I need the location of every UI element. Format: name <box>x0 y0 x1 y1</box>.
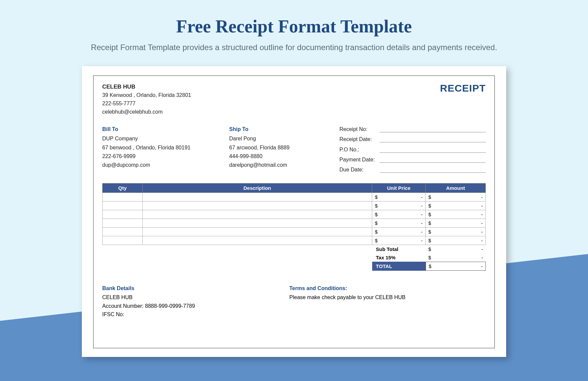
meta-po-no-field[interactable] <box>380 147 486 153</box>
cell-description[interactable] <box>143 201 372 210</box>
th-amount: Amount <box>426 183 486 193</box>
cell-unit-price[interactable]: $- <box>372 201 426 210</box>
table-row: $-$- <box>103 193 486 201</box>
currency-symbol: $ <box>375 220 378 226</box>
cell-qty[interactable] <box>103 219 143 227</box>
company-name: CELEB HUB <box>102 83 191 91</box>
tax-label: Tax 15% <box>372 253 426 262</box>
currency-symbol: $ <box>428 238 431 243</box>
value-dash: - <box>481 263 483 269</box>
value-dash: - <box>481 194 483 200</box>
cell-qty[interactable] <box>103 193 143 201</box>
value-dash: - <box>481 220 483 226</box>
cell-unit-price[interactable]: $- <box>372 219 426 227</box>
meta-receipt-no-label: Receipt No: <box>339 125 380 134</box>
value-dash: - <box>481 203 483 209</box>
value-dash: - <box>481 255 483 260</box>
currency-symbol: $ <box>428 194 431 200</box>
total-label: TOTAL <box>372 262 426 271</box>
company-email: celebhub@celebhub.com <box>102 108 191 116</box>
bill-to-block: Bill To DUP Company 67 benwood , Orlando… <box>102 125 229 176</box>
bank-details-block: Bank Details CELEB HUB Account Number: 8… <box>102 284 289 319</box>
cell-amount[interactable]: $- <box>426 236 486 245</box>
total-value: $ - <box>426 262 486 271</box>
cell-amount[interactable]: $- <box>426 210 486 219</box>
currency-symbol: $ <box>428 212 431 217</box>
value-dash: - <box>421 220 423 226</box>
value-dash: - <box>481 238 483 243</box>
meta-po-no-label: P.O No.: <box>339 145 380 154</box>
currency-symbol: $ <box>428 255 431 260</box>
terms-body: Please make check payable to your CELEB … <box>289 293 486 302</box>
bank-heading: Bank Details <box>102 284 289 293</box>
th-description: Description <box>143 183 372 193</box>
ship-to-email: darelpong@hotmail.com <box>229 161 339 169</box>
currency-symbol: $ <box>375 212 378 217</box>
ship-to-heading: Ship To <box>229 125 339 134</box>
cell-qty[interactable] <box>103 227 143 236</box>
cell-unit-price[interactable]: $- <box>372 227 426 236</box>
cell-description[interactable] <box>143 236 372 245</box>
meta-receipt-date-label: Receipt Date: <box>339 135 380 144</box>
cell-qty[interactable] <box>103 201 143 210</box>
meta-receipt-date-field[interactable] <box>380 137 486 143</box>
cell-unit-price[interactable]: $- <box>372 193 426 201</box>
cell-qty[interactable] <box>103 210 143 219</box>
bill-to-name: DUP Company <box>102 134 229 143</box>
table-row: $-$- <box>103 219 486 227</box>
currency-symbol: $ <box>428 203 431 209</box>
ship-to-block: Ship To Darel Pong 67 arcwood, Florida 8… <box>229 125 339 176</box>
cell-description[interactable] <box>143 227 372 236</box>
page-title: Free Receipt Format Template <box>0 0 588 37</box>
company-address: 39 Kenwood , Orlando, Florida 32801 <box>102 91 191 100</box>
table-row: $-$- <box>103 201 486 210</box>
value-dash: - <box>421 203 423 209</box>
bill-to-address: 67 benwood , Orlando, Florida 80191 <box>102 143 229 152</box>
company-block: CELEB HUB 39 Kenwood , Orlando, Florida … <box>102 83 191 116</box>
subtotal-label: Sub Total <box>372 245 426 253</box>
ship-to-phone: 444-999-8880 <box>229 152 339 161</box>
ship-to-address: 67 arcwood, Florida 8889 <box>229 143 339 152</box>
meta-receipt-no-field[interactable] <box>380 126 486 132</box>
receipt-border: CELEB HUB 39 Kenwood , Orlando, Florida … <box>93 76 495 348</box>
cell-description[interactable] <box>143 193 372 201</box>
table-row: $-$- <box>103 227 486 236</box>
bank-account-line: Account Number: 8888-999-0999-7789 <box>102 302 289 310</box>
value-dash: - <box>421 194 423 200</box>
bank-account-number: 8888-999-0999-7789 <box>145 303 195 309</box>
cell-amount[interactable]: $- <box>426 219 486 227</box>
th-unit-price: Unit Price <box>372 183 426 193</box>
totals-block: Sub Total $ - Tax 15% $ <box>372 245 486 271</box>
currency-symbol: $ <box>428 229 431 235</box>
value-dash: - <box>421 229 423 235</box>
cell-unit-price[interactable]: $- <box>372 236 426 245</box>
receipt-label: RECEIPT <box>440 83 486 116</box>
meta-payment-date-field[interactable] <box>380 157 486 163</box>
currency-symbol: $ <box>375 238 378 243</box>
terms-heading: Terms and Conditions: <box>289 284 486 293</box>
receipt-sheet: CELEB HUB 39 Kenwood , Orlando, Florida … <box>82 66 506 357</box>
cell-amount[interactable]: $- <box>426 201 486 210</box>
bank-account-label: Account Number: <box>102 303 144 309</box>
th-qty: Qty <box>103 183 143 193</box>
cell-amount[interactable]: $- <box>426 193 486 201</box>
cell-unit-price[interactable]: $- <box>372 210 426 219</box>
table-row: $-$- <box>103 236 486 245</box>
value-dash: - <box>481 229 483 235</box>
bill-to-heading: Bill To <box>102 125 229 134</box>
company-phone: 222-555-7777 <box>102 100 191 108</box>
currency-symbol: $ <box>375 194 378 200</box>
bank-name: CELEB HUB <box>102 293 289 302</box>
value-dash: - <box>481 212 483 217</box>
subtotal-value: $ - <box>426 245 486 253</box>
cell-qty[interactable] <box>103 236 143 245</box>
items-table: Qty Description Unit Price Amount $-$-$-… <box>102 183 486 245</box>
terms-block: Terms and Conditions: Please make check … <box>289 284 486 319</box>
meta-due-date-field[interactable] <box>380 167 486 173</box>
currency-symbol: $ <box>375 203 378 209</box>
value-dash: - <box>421 212 423 217</box>
page-subtitle: Receipt Format Template provides a struc… <box>0 43 588 52</box>
cell-amount[interactable]: $- <box>426 227 486 236</box>
cell-description[interactable] <box>143 210 372 219</box>
cell-description[interactable] <box>143 219 372 227</box>
